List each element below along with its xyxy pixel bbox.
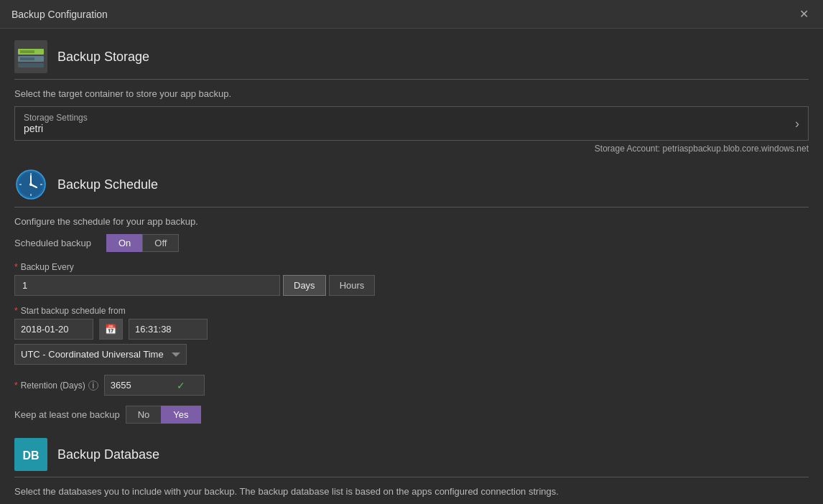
- schedule-description: Configure the schedule for your app back…: [14, 216, 809, 227]
- storage-divider: [14, 79, 809, 80]
- backup-every-input[interactable]: [14, 275, 280, 296]
- keep-backup-row: Keep at least one backup No Yes: [14, 406, 809, 424]
- database-icon: DB: [14, 438, 47, 471]
- storage-settings-row[interactable]: Storage Settings petri ›: [14, 106, 809, 141]
- svg-rect-4: [20, 50, 34, 53]
- date-time-row: 📅: [14, 319, 809, 340]
- storage-settings-label: Storage Settings: [24, 113, 88, 123]
- svg-point-10: [29, 183, 32, 186]
- scheduled-backup-toggle: On Off: [106, 234, 179, 252]
- backup-database-section: DB Backup Database Select the databases …: [14, 438, 809, 504]
- storage-info: Storage Settings petri: [24, 113, 88, 134]
- dialog-content: Backup Storage Select the target contain…: [0, 29, 823, 504]
- backup-every-input-group: Days Hours: [14, 275, 809, 296]
- retention-input[interactable]: [105, 375, 177, 395]
- schedule-section-title: Backup Schedule: [57, 177, 158, 192]
- scheduled-backup-label: Scheduled backup: [14, 238, 101, 248]
- retention-input-wrap: ✓: [104, 375, 205, 396]
- storage-icon: [14, 40, 47, 73]
- scheduled-backup-on-button[interactable]: On: [106, 234, 142, 252]
- retention-label: * Include in Backup Retention (Days) i: [14, 381, 98, 391]
- database-header: DB Backup Database: [14, 438, 809, 471]
- svg-text:DB: DB: [22, 449, 39, 462]
- scheduled-backup-row: Scheduled backup On Off: [14, 234, 809, 252]
- dialog-title: Backup Configuration: [11, 9, 108, 20]
- time-input[interactable]: [129, 319, 208, 340]
- database-description: Select the databases you to include with…: [14, 486, 809, 497]
- storage-header: Backup Storage: [14, 40, 809, 73]
- keep-backup-yes-button[interactable]: Yes: [161, 406, 200, 424]
- storage-account-label: Storage Account: petriaspbackup.blob.cor…: [14, 144, 809, 154]
- schedule-header: Backup Schedule: [14, 168, 809, 201]
- keep-backup-label: Keep at least one backup: [14, 409, 120, 420]
- backup-every-field: * Backup Every Days Hours: [14, 262, 809, 296]
- retention-field: * Include in Backup Retention (Days) i ✓: [14, 375, 809, 396]
- timezone-select[interactable]: UTC - Coordinated Universal Time Pacific…: [14, 344, 187, 365]
- backup-storage-section: Backup Storage Select the target contain…: [14, 40, 809, 154]
- title-bar: Backup Configuration ✕: [0, 0, 823, 29]
- required-star-retention: *: [14, 381, 18, 391]
- svg-rect-3: [18, 63, 44, 67]
- chevron-right-icon: ›: [795, 116, 799, 131]
- retention-check-icon: ✓: [177, 380, 190, 391]
- scheduled-backup-off-button[interactable]: Off: [142, 234, 179, 252]
- storage-settings-value: petri: [24, 123, 88, 134]
- days-button[interactable]: Days: [283, 275, 326, 296]
- required-star-every: *: [14, 262, 18, 272]
- svg-rect-5: [20, 57, 34, 60]
- backup-every-label: * Backup Every: [14, 262, 809, 272]
- database-section-title: Backup Database: [57, 447, 159, 462]
- backup-schedule-section: Backup Schedule Configure the schedule f…: [14, 168, 809, 424]
- schedule-divider: [14, 207, 809, 207]
- start-schedule-label: * Start backup schedule from: [14, 306, 809, 316]
- clock-icon: [14, 168, 47, 201]
- retention-info-icon[interactable]: i: [88, 381, 98, 391]
- timezone-row: UTC - Coordinated Universal Time Pacific…: [14, 344, 809, 365]
- close-button[interactable]: ✕: [796, 7, 812, 21]
- storage-description: Select the target container to store you…: [14, 88, 809, 99]
- required-star-start: *: [14, 306, 18, 316]
- backup-configuration-dialog: Backup Configuration ✕ Backup Storage Se…: [0, 0, 823, 504]
- database-divider: [14, 477, 809, 477]
- keep-backup-toggle: No Yes: [126, 406, 201, 424]
- calendar-icon[interactable]: 📅: [99, 319, 123, 340]
- keep-backup-no-button[interactable]: No: [126, 406, 162, 424]
- date-input[interactable]: [14, 319, 93, 340]
- start-schedule-field: * Start backup schedule from 📅 UTC - Coo…: [14, 306, 809, 365]
- storage-section-title: Backup Storage: [57, 50, 149, 65]
- hours-button[interactable]: Hours: [329, 275, 376, 296]
